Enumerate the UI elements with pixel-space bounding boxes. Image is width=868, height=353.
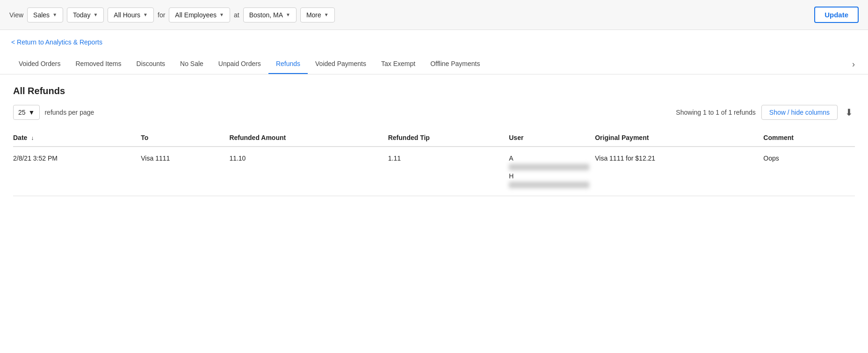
- col-user: User: [509, 129, 595, 147]
- col-refunded-tip: Refunded Tip: [388, 129, 509, 147]
- cell-user: A H: [509, 147, 595, 196]
- main-content: All Refunds 25 ▼ refunds per page Showin…: [0, 74, 868, 207]
- more-select[interactable]: More ▼: [300, 7, 335, 22]
- show-hide-columns-button[interactable]: Show / hide columns: [761, 105, 838, 120]
- cell-date: 2/8/21 3:52 PM: [13, 147, 141, 196]
- more-chevron-icon: ▼: [324, 12, 329, 17]
- view-value: Sales: [33, 11, 50, 19]
- table-header: Date ↓ To Refunded Amount Refunded Tip U…: [13, 129, 855, 147]
- cell-refunded-amount: 11.10: [229, 147, 388, 196]
- col-original-payment: Original Payment: [595, 129, 763, 147]
- tab-voided-orders[interactable]: Voided Orders: [11, 54, 68, 74]
- col-refunded-amount: Refunded Amount: [229, 129, 388, 147]
- update-button[interactable]: Update: [814, 7, 859, 23]
- tabs-container: Voided Orders Removed Items Discounts No…: [0, 54, 868, 74]
- tab-offline-payments[interactable]: Offline Payments: [423, 54, 487, 74]
- employees-value: All Employees: [175, 11, 217, 19]
- tab-tax-exempt[interactable]: Tax Exempt: [374, 54, 423, 74]
- date-sort-icon: ↓: [31, 135, 34, 141]
- tab-refunds[interactable]: Refunds: [268, 54, 308, 74]
- more-value: More: [306, 11, 321, 19]
- employees-chevron-icon: ▼: [219, 12, 224, 17]
- tab-unpaid-orders[interactable]: Unpaid Orders: [211, 54, 268, 74]
- location-select[interactable]: Boston, MA ▼: [243, 7, 297, 22]
- right-controls: Showing 1 to 1 of 1 refunds Show / hide …: [676, 105, 855, 120]
- per-page-select[interactable]: 25 ▼: [13, 105, 40, 120]
- today-chevron-icon: ▼: [93, 12, 98, 17]
- table-row: 2/8/21 3:52 PM Visa 1111 11.10 1.11 A H …: [13, 147, 855, 196]
- at-label: at: [234, 11, 239, 19]
- view-label: View: [9, 11, 23, 19]
- tab-discounts[interactable]: Discounts: [129, 54, 173, 74]
- employees-select[interactable]: All Employees ▼: [169, 7, 230, 22]
- user-name-blurred: [509, 164, 589, 170]
- hours-select[interactable]: All Hours ▼: [108, 7, 154, 22]
- per-page-value: 25: [18, 109, 26, 116]
- user-lastname-blurred: [509, 182, 589, 188]
- view-chevron-icon: ▼: [52, 12, 57, 17]
- col-date[interactable]: Date ↓: [13, 129, 141, 147]
- tabs-more-button[interactable]: ›: [850, 56, 857, 73]
- col-to: To: [141, 129, 229, 147]
- user-initial: A: [509, 154, 589, 162]
- showing-text: Showing 1 to 1 of 1 refunds: [676, 109, 755, 116]
- hours-chevron-icon: ▼: [143, 12, 148, 17]
- refunds-table: Date ↓ To Refunded Amount Refunded Tip U…: [13, 129, 855, 196]
- col-comment: Comment: [763, 129, 855, 147]
- location-chevron-icon: ▼: [286, 12, 290, 17]
- download-button[interactable]: ⬇: [843, 105, 855, 120]
- back-link[interactable]: Return to Analytics & Reports: [11, 38, 102, 46]
- cell-comment: Oops: [763, 147, 855, 196]
- cell-original-payment: Visa 1111 for $12.21: [595, 147, 763, 196]
- tab-voided-payments[interactable]: Voided Payments: [308, 54, 374, 74]
- per-page-label: refunds per page: [44, 109, 94, 116]
- tab-no-sale[interactable]: No Sale: [173, 54, 211, 74]
- filter-bar: View Sales ▼ Today ▼ All Hours ▼ for All…: [0, 0, 868, 30]
- controls-row: 25 ▼ refunds per page Showing 1 to 1 of …: [13, 105, 855, 120]
- today-value: Today: [73, 11, 90, 19]
- user-initial-h: H: [509, 172, 589, 180]
- per-page-chevron-icon: ▼: [29, 109, 35, 116]
- section-title: All Refunds: [13, 86, 855, 96]
- cell-to: Visa 1111: [141, 147, 229, 196]
- for-label: for: [158, 11, 165, 19]
- hours-value: All Hours: [114, 11, 140, 19]
- today-select[interactable]: Today ▼: [67, 7, 104, 22]
- view-select[interactable]: Sales ▼: [27, 7, 63, 22]
- table-body: 2/8/21 3:52 PM Visa 1111 11.10 1.11 A H …: [13, 147, 855, 196]
- tab-removed-items[interactable]: Removed Items: [68, 54, 129, 74]
- location-value: Boston, MA: [249, 11, 283, 19]
- cell-refunded-tip: 1.11: [388, 147, 509, 196]
